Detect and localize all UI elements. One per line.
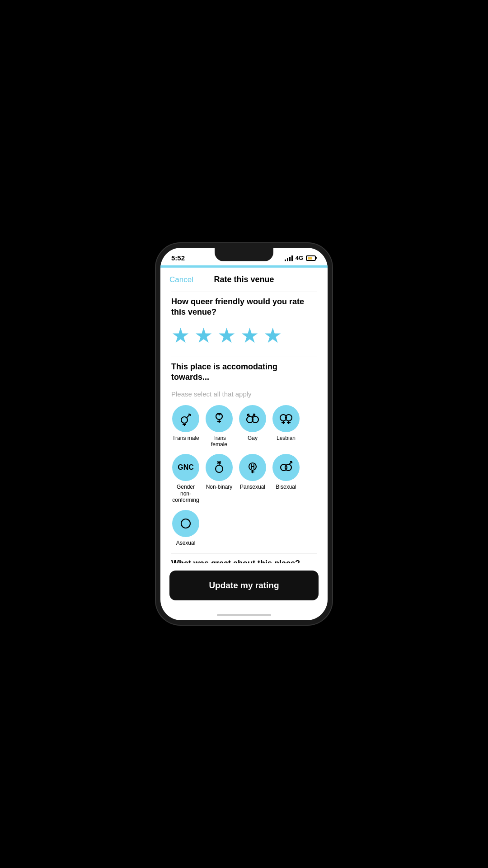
pansexual-label: Pansexual — [240, 484, 265, 490]
svg-point-26 — [216, 465, 223, 472]
identity-trans-female[interactable]: Trans female — [205, 405, 234, 448]
gnc-label: Gender non-conforming — [171, 484, 200, 503]
notch — [215, 248, 273, 261]
rating-question: How queer friendly would you rate this v… — [171, 297, 317, 318]
identity-non-binary[interactable]: Non-binary — [205, 454, 234, 503]
asexual-label: Asexual — [176, 540, 196, 546]
trans-female-circle — [206, 405, 233, 432]
pansexual-icon — [245, 460, 260, 475]
lesbian-icon — [278, 411, 294, 426]
identity-asexual[interactable]: Asexual — [171, 510, 200, 546]
trans-male-label: Trans male — [172, 435, 199, 441]
trans-male-icon — [178, 411, 193, 426]
svg-point-0 — [181, 417, 188, 423]
trans-female-label: Trans female — [205, 435, 234, 448]
page-title: Rate this venue — [214, 275, 274, 284]
network-label: 4G — [296, 255, 303, 261]
great-about-section: What was great about this place? Please … — [160, 554, 328, 563]
lesbian-circle — [272, 405, 300, 432]
svg-line-1 — [187, 414, 190, 418]
identity-lesbian[interactable]: Lesbian — [272, 405, 300, 448]
svg-point-42 — [181, 519, 190, 528]
identity-grid: Trans male Tr — [171, 405, 317, 546]
lesbian-label: Lesbian — [277, 435, 296, 441]
star-1[interactable]: ★ — [171, 325, 190, 346]
trans-male-circle — [172, 405, 199, 432]
asexual-circle — [172, 510, 199, 537]
star-4[interactable]: ★ — [240, 325, 259, 346]
identity-trans-male[interactable]: Trans male — [171, 405, 200, 448]
phone-screen: 5:52 4G — [160, 248, 328, 620]
non-binary-label: Non-binary — [206, 484, 233, 490]
non-binary-circle — [206, 454, 233, 481]
phone-frame: 5:52 4G — [156, 243, 332, 625]
trans-female-icon — [211, 411, 227, 426]
status-time: 5:52 — [171, 254, 185, 262]
asexual-icon — [178, 516, 193, 531]
stars-container[interactable]: ★ ★ ★ ★ ★ — [171, 325, 317, 346]
identity-pansexual[interactable]: Pansexual — [238, 454, 267, 503]
great-about-title: What was great about this place? — [171, 558, 317, 563]
svg-point-38 — [285, 464, 291, 471]
gay-label: Gay — [248, 435, 258, 441]
cancel-button[interactable]: Cancel — [169, 275, 193, 284]
bisexual-label: Bisexual — [276, 484, 296, 490]
home-bar — [217, 614, 271, 616]
rating-section: How queer friendly would you rate this v… — [160, 292, 328, 357]
pansexual-circle — [239, 454, 266, 481]
gay-circle — [239, 405, 266, 432]
bisexual-icon — [278, 460, 294, 475]
identity-gnc[interactable]: GNC Gender non-conforming — [171, 454, 200, 503]
accommodating-title: This place is accomodating towards... — [171, 362, 317, 383]
home-indicator — [160, 609, 328, 620]
accommodating-section: This place is accomodating towards... Pl… — [160, 357, 328, 553]
page-header: Cancel Rate this venue — [160, 268, 328, 292]
star-5[interactable]: ★ — [263, 325, 282, 346]
star-3[interactable]: ★ — [217, 325, 236, 346]
identity-gay[interactable]: Gay — [238, 405, 267, 448]
gnc-circle: GNC — [172, 454, 199, 481]
identity-bisexual[interactable]: Bisexual — [272, 454, 300, 503]
star-2[interactable]: ★ — [194, 325, 213, 346]
bisexual-circle — [272, 454, 300, 481]
accommodating-subtitle: Please select all that apply — [171, 390, 317, 398]
battery-icon — [306, 255, 317, 261]
status-icons: 4G — [285, 255, 317, 261]
non-binary-icon — [211, 460, 227, 475]
main-content: Cancel Rate this venue How queer friendl… — [160, 268, 328, 563]
update-rating-button[interactable]: Update my rating — [169, 571, 319, 600]
gay-icon — [245, 411, 260, 426]
footer: Update my rating — [160, 563, 328, 609]
gnc-text: GNC — [178, 463, 194, 472]
signal-icon — [285, 255, 293, 261]
